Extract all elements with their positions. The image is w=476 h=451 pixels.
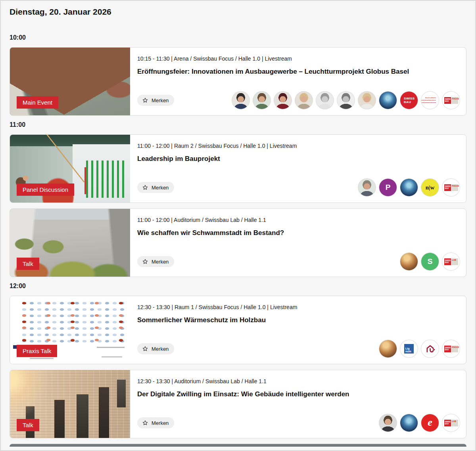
swissbau-text: BAU — [445, 423, 451, 425]
swissbau-focus-beige-square: FOCUS — [451, 97, 458, 104]
merken-label: Merken — [152, 97, 169, 103]
star-icon — [142, 97, 148, 103]
merken-button[interactable]: Merken — [137, 343, 174, 354]
merken-button[interactable]: Merken — [137, 417, 174, 428]
event-image-street-trees: Talk — [10, 209, 130, 277]
abstract-sphere-avatar[interactable] — [379, 92, 397, 109]
star-icon — [142, 346, 148, 352]
lignum-logo[interactable]: Lig num — [400, 340, 418, 357]
swissbau-focus-logo[interactable]: SWISS BAU FOCUS — [442, 340, 460, 357]
swissbau-text: BAU — [445, 101, 451, 103]
event-image-brick-facade: Talk — [10, 370, 130, 438]
star-icon — [142, 420, 148, 426]
monogram-s-avatar[interactable]: S — [421, 253, 439, 270]
house-icon — [425, 344, 436, 354]
merken-button[interactable]: Merken — [137, 182, 174, 193]
fhnw-text: n|w — [426, 184, 434, 191]
bauenschweiz-line3: costruzionesvizzera — [421, 101, 436, 104]
avatar-row: S SWISS BAU LAB — [400, 253, 460, 270]
next-card-peek — [10, 444, 466, 447]
event-meta: 10:15 - 11:30 | Arena / Swissbau Focus /… — [137, 55, 460, 62]
monogram-letter: e — [428, 417, 432, 428]
speaker-avatar[interactable] — [316, 92, 334, 109]
lignum-text: num — [405, 350, 414, 353]
event-card-body: 11:00 - 12:00 | Raum 2 / Swissbau Focus … — [130, 135, 466, 203]
time-section: 12:00 Praxis Talk 12:30 - 13:30 | Raum 1… — [10, 283, 466, 438]
event-card[interactable]: Main Event 10:15 - 11:30 | Arena / Swiss… — [10, 47, 466, 116]
speaker-avatar[interactable] — [232, 92, 250, 109]
swissbau-lab-beige-square: LAB — [451, 258, 458, 265]
monogram-letter: P — [386, 183, 391, 192]
lab-text: LAB — [452, 259, 458, 262]
event-card-body: 12:30 - 13:30 | Raum 1 / Swissbau Focus … — [130, 296, 466, 364]
abstract-sphere-avatar[interactable] — [400, 253, 418, 270]
monogram-letter: S — [428, 257, 433, 266]
speaker-avatar[interactable] — [337, 92, 355, 109]
event-meta: 11:00 - 12:00 | Raum 2 / Swissbau Focus … — [137, 143, 460, 149]
date-header: Dienstag, 20. Januar 2026 — [10, 7, 466, 17]
merken-button[interactable]: Merken — [137, 256, 174, 267]
swissbau-focus-beige-square: FOCUS — [451, 184, 458, 191]
swissbau-lab-logo[interactable]: SWISS BAU LAB — [442, 414, 460, 432]
lignum-text: Lig — [405, 347, 414, 350]
swissbau-focus-logo[interactable]: SWISS BAU FOCUS — [442, 179, 460, 196]
swissbau-logo-line2: BAU — [404, 100, 411, 104]
event-image-panel-discussion: Panel Discussion — [10, 135, 130, 203]
event-title[interactable]: Der Digitale Zwilling im Einsatz: Wie Ge… — [137, 390, 460, 398]
event-card-footer: Merken e SWISS BAU LAB — [137, 414, 460, 432]
event-meta: 12:30 - 13:30 | Raum 1 / Swissbau Focus … — [137, 304, 460, 310]
event-image-aerial-basel: Main Event — [10, 48, 130, 115]
swissbau-logo[interactable]: SWISS BAU — [400, 92, 418, 109]
focus-text: FOCUS — [452, 346, 458, 349]
abstract-sphere-avatar[interactable] — [400, 179, 418, 196]
swissbau-focus-red-square: SWISS BAU — [444, 346, 451, 352]
event-image-pig-poster: Praxis Talk — [10, 296, 130, 364]
lab-text: LAB — [452, 420, 458, 423]
bauenschweiz-logo[interactable]: bauenschweiz constructionsuisse costruzi… — [421, 92, 439, 109]
speaker-avatar[interactable] — [379, 414, 397, 432]
event-card[interactable]: Panel Discussion 11:00 - 12:00 | Raum 2 … — [10, 134, 466, 203]
speaker-avatar[interactable] — [274, 92, 292, 109]
merken-label: Merken — [152, 346, 169, 352]
event-card-body: 10:15 - 11:30 | Arena / Swissbau Focus /… — [130, 48, 466, 115]
section-time-label: 11:00 — [10, 121, 466, 128]
monogram-p-avatar[interactable]: P — [379, 179, 397, 196]
swissbau-lab-red-square: SWISS BAU — [444, 420, 451, 426]
event-meta: 12:30 - 13:30 | Auditorium / Swissbau La… — [137, 378, 460, 384]
event-card[interactable]: Talk 11:00 - 12:00 | Auditorium / Swissb… — [10, 208, 466, 277]
event-card[interactable]: Talk 12:30 - 13:30 | Auditorium / Swissb… — [10, 370, 466, 438]
speaker-avatar[interactable] — [358, 92, 376, 109]
abstract-sphere-avatar[interactable] — [400, 414, 418, 432]
swissbau-focus-beige-square: FOCUS — [451, 346, 458, 352]
time-section: 11:00 Panel Discussion 11:00 - 12:00 | R… — [10, 121, 466, 277]
event-title[interactable]: Wie schaffen wir Schwammstadt im Bestand… — [137, 229, 460, 237]
abstract-sphere-avatar[interactable] — [379, 340, 397, 357]
event-title[interactable]: Eröffnungsfeier: Innovationen im Ausbaug… — [137, 68, 460, 76]
holzbau-house-logo[interactable] — [421, 340, 439, 357]
event-card-footer: Merken Lig num — [137, 340, 460, 357]
merken-label: Merken — [152, 259, 169, 265]
time-section: 10:00 Main Event 10:15 - 11:30 | Arena /… — [10, 34, 466, 116]
event-title[interactable]: Leadership im Bauprojekt — [137, 155, 460, 163]
event-card-body: 11:00 - 12:00 | Auditorium / Swissbau La… — [130, 209, 466, 277]
swissbau-focus-logo[interactable]: SWISS BAU FOCUS — [442, 92, 460, 109]
event-type-badge: Panel Discussion — [17, 183, 74, 196]
speaker-avatar[interactable] — [295, 92, 313, 109]
merken-label: Merken — [152, 420, 169, 426]
avatar-row: e SWISS BAU LAB — [379, 414, 460, 432]
speaker-avatar[interactable] — [253, 92, 271, 109]
merken-button[interactable]: Merken — [137, 95, 174, 106]
event-card[interactable]: Praxis Talk 12:30 - 13:30 | Raum 1 / Swi… — [10, 296, 466, 364]
lignum-square: Lig num — [404, 344, 414, 354]
event-title[interactable]: Sommerlicher Wärmeschutz im Holzbau — [137, 316, 460, 324]
monogram-e-avatar[interactable]: e — [421, 414, 439, 432]
swissbau-text: BAU — [445, 262, 451, 264]
star-icon — [142, 258, 148, 265]
fhnw-logo[interactable]: n|w — [421, 179, 439, 196]
event-card-footer: Merken SWISS BAU — [137, 92, 460, 109]
swissbau-focus-red-square: SWISS BAU — [444, 184, 451, 191]
swissbau-lab-logo[interactable]: SWISS BAU LAB — [442, 253, 460, 270]
swissbau-text: BAU — [445, 188, 451, 190]
speaker-avatar[interactable] — [358, 179, 376, 196]
merken-label: Merken — [152, 185, 169, 191]
